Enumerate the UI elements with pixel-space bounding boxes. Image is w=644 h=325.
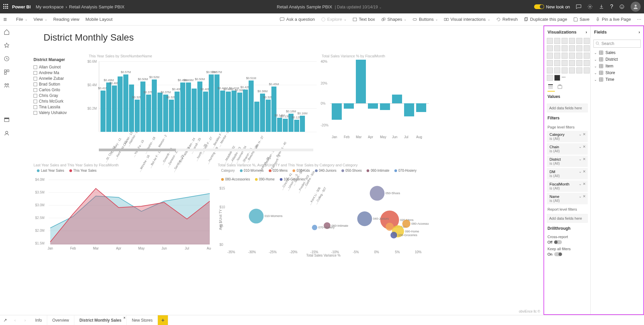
add-tab-button[interactable]: + [158,315,168,325]
variance-by-month-chart[interactable]: Total Sales Variance % by FiscalMonth 40… [322,54,429,155]
report-filter-well[interactable]: Add data fields here [547,214,588,223]
favorite-icon[interactable] [4,42,10,48]
expand-icon[interactable]: ↗ [0,318,10,323]
viz-type-gallery[interactable]: ⋯ [544,38,590,81]
sales-by-store-chart[interactable]: This Year Sales by StoreNumberName $0.6M… [89,54,317,158]
slicer-item[interactable]: Chris McGurk [34,99,67,104]
shapes-menu[interactable]: Shapes⌄ [381,17,406,22]
updated-text: Data updated 10/14/19 [337,5,378,9]
slicer-item[interactable]: Chris Gray [34,93,67,98]
my-workspace-icon[interactable] [4,130,10,136]
cross-report-toggle[interactable]: Off [548,240,587,244]
field-table[interactable]: ⌄Time [591,76,643,83]
svg-point-8 [382,18,384,21]
svg-text:Jul: Jul [185,247,189,250]
field-table[interactable]: ⌄District [591,56,643,63]
text-box-button[interactable]: Text box [352,17,375,22]
filter-card[interactable]: Categoryis (All)⌄ ✕ [547,131,588,142]
breadcrumb-workspace[interactable]: My workspace [36,4,64,9]
hamburger-icon[interactable]: ≡ [3,16,7,23]
duplicate-page-button[interactable]: Duplicate this page [524,17,567,22]
tab-info[interactable]: Info [30,315,47,325]
buttons-menu[interactable]: Buttons⌄ [412,17,438,22]
filter-card[interactable]: FiscalMonthis (All)⌄ ✕ [547,180,588,192]
slicer-item[interactable]: Allan Guinot [34,65,67,69]
field-table[interactable]: ⌄Sales [591,49,643,56]
slicer-item[interactable]: Valery Ushakov [34,110,67,115]
format-tab-icon[interactable] [557,84,563,90]
home-icon[interactable] [4,29,10,35]
slicer-item[interactable]: Andrew Ma [34,70,67,75]
fields-search-input[interactable]: Search [593,40,641,48]
ask-question-button[interactable]: Ask a question [280,17,315,22]
visual-interactions-menu[interactable]: Visual interactions⌄ [444,17,490,22]
collapse-fields-icon[interactable]: › [639,30,640,35]
collapse-viz-icon[interactable]: › [586,30,587,35]
svg-rect-7 [353,18,357,21]
slicer-item[interactable]: Carlos Grilo [34,88,67,92]
view-menu[interactable]: View⌄ [34,17,47,22]
svg-point-20 [7,84,9,85]
more-icon[interactable]: ⋯ [637,17,641,22]
help-icon[interactable]: ? [610,4,613,10]
sales-by-month-chart[interactable]: Last Year Sales and This Year Sales by F… [34,163,211,257]
tab-district-monthly-sales[interactable]: District Monthly Sales× [74,315,127,325]
svg-point-74 [402,220,410,228]
field-table[interactable]: ⌄Store [591,69,643,76]
field-table[interactable]: ⌄Item [591,63,643,69]
filter-card[interactable]: Chainis (All)⌄ ✕ [547,143,588,155]
tab-new-stores[interactable]: New Stores [127,315,158,325]
tab-overview[interactable]: Overview [47,315,74,325]
refresh-button[interactable]: Refresh [496,17,518,22]
svg-point-3 [622,6,623,6]
avatar[interactable] [631,2,641,12]
tab-next-icon[interactable]: › [20,318,30,323]
recent-icon[interactable] [4,56,10,62]
keep-filters-toggle[interactable]: On [548,252,587,256]
svg-text:$10: $10 [219,205,225,209]
svg-text:010-Womens: 010-Womens [265,214,283,218]
slicer-title: District Manager [34,57,67,62]
gear-icon[interactable] [587,4,593,9]
tab-prev-icon[interactable]: ‹ [10,318,20,323]
slicer-item[interactable]: Tina Lassila [34,105,67,109]
district-manager-slicer[interactable]: District Manager Allan GuinotAndrew MaAn… [34,57,67,116]
pin-page-button[interactable]: Pin a live Page [595,17,631,22]
title-center: Retail Analysis Sample PBIX [277,4,332,9]
attribution: obviEnce llc © [519,310,540,313]
breadcrumb-sep: › [66,4,67,9]
shared-icon[interactable] [4,83,10,89]
fields-tab-icon[interactable] [548,84,554,90]
values-label: Values [548,94,587,99]
svg-rect-16 [4,70,6,72]
breadcrumb-file[interactable]: Retail Analysis Sample PBIX [69,4,124,9]
svg-text:-20%: -20% [289,250,297,254]
slicer-item[interactable]: Annelie Zubar [34,76,67,81]
filter-card[interactable]: Districtis (All)⌄ ✕ [547,156,588,167]
svg-rect-17 [7,70,9,72]
reading-view-button[interactable]: Reading view [53,17,79,22]
slicer-item[interactable]: Brad Sutton [34,82,67,87]
download-icon[interactable] [599,4,604,9]
chat-icon[interactable] [576,4,581,9]
chart-scrollbar[interactable] [99,149,313,151]
svg-rect-80 [548,84,553,85]
category-scatter-chart[interactable]: Total Sales Variance %, Avg $/Unit TY an… [218,163,429,257]
explore-menu[interactable]: Explore⌄ [321,17,346,22]
app-launcher-icon[interactable] [3,4,9,9]
svg-text:0%: 0% [374,250,379,254]
svg-text:080-Accessories: 080-Accessories [411,222,429,225]
values-well[interactable]: Add data fields here [547,104,588,112]
save-button[interactable]: Save [573,17,590,22]
new-look-toggle[interactable]: New look on [534,4,570,9]
smile-icon[interactable] [619,4,625,9]
file-menu[interactable]: File⌄ [16,17,27,22]
svg-point-6 [321,17,325,21]
filter-card[interactable]: DMis (All)⌄ ✕ [547,168,588,179]
workspace-icon[interactable] [4,117,10,123]
filter-card[interactable]: Nameis (All)⌄ ✕ [547,193,588,204]
svg-point-60 [249,209,264,223]
mobile-layout-button[interactable]: Mobile Layout [85,17,113,22]
svg-text:-30%: -30% [248,250,256,254]
apps-icon[interactable] [4,69,10,75]
